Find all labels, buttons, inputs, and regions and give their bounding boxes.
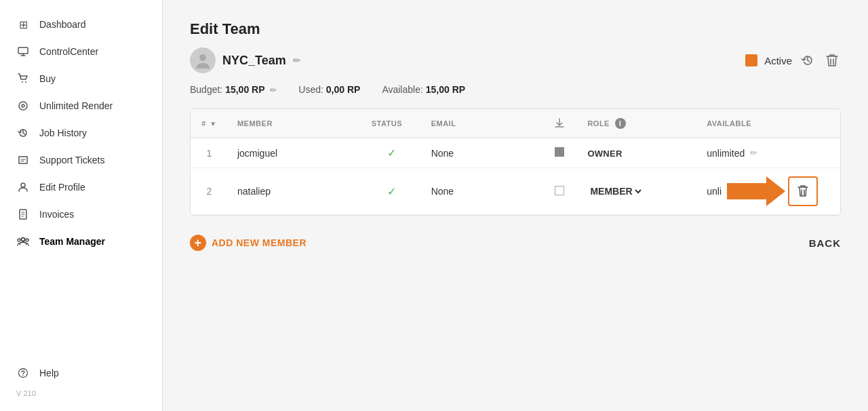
- used-value: 0,00 RP: [326, 84, 361, 95]
- sidebar-item-invoices[interactable]: Invoices: [0, 201, 162, 228]
- team-header: NYC_Team ✏ Active: [190, 47, 841, 73]
- team-history-icon[interactable]: [799, 52, 816, 69]
- svg-rect-0: [18, 47, 28, 54]
- monitor-icon: [16, 45, 30, 58]
- role-info-icon[interactable]: i: [615, 118, 626, 129]
- col-header-available: AVAILABLE: [697, 109, 840, 138]
- history-icon: [16, 126, 30, 140]
- svg-point-1: [22, 81, 23, 83]
- status-dot: [745, 54, 757, 66]
- delete-btn-wrapper: [788, 176, 818, 206]
- render-icon: [16, 99, 30, 113]
- back-button[interactable]: BACK: [809, 237, 841, 249]
- sidebar: ⊞ Dashboard ControlCenter Buy Unlimited …: [0, 0, 163, 411]
- main-content: Edit Team NYC_Team ✏ Active: [163, 0, 868, 411]
- tickets-icon: [16, 153, 30, 167]
- members-table-container: # ▼ MEMBER STATUS EMAIL ROLE i AVAILABLE: [190, 109, 841, 216]
- sidebar-item-support-tickets[interactable]: Support Tickets: [0, 146, 162, 174]
- page-title: Edit Team: [190, 20, 841, 38]
- budget-row: Budget: 15,00 RP ✏ Used: 0,00 RP Availab…: [190, 84, 841, 95]
- row2-delete-button[interactable]: [788, 176, 818, 206]
- svg-point-11: [22, 375, 23, 376]
- team-name-label: NYC_Team: [222, 54, 286, 68]
- row1-num: 1: [191, 138, 228, 168]
- row1-member: jocmiguel: [228, 138, 362, 168]
- row1-available: unlimited ✏: [697, 138, 840, 168]
- svg-point-9: [26, 239, 28, 241]
- budget-value: 15,00 RP: [225, 84, 264, 95]
- members-table: # ▼ MEMBER STATUS EMAIL ROLE i AVAILABLE: [191, 109, 840, 215]
- row1-checkbox[interactable]: [555, 147, 564, 157]
- row2-num: 2: [191, 168, 228, 215]
- add-member-button[interactable]: + ADD NEW MEMBER: [190, 235, 307, 251]
- sidebar-item-dashboard[interactable]: ⊞ Dashboard: [0, 11, 162, 38]
- row1-available-text: unlimited: [707, 148, 745, 159]
- row2-role-select[interactable]: MEMBER OWNER VIEWER: [587, 185, 644, 197]
- row1-available-edit-icon[interactable]: ✏: [750, 148, 757, 158]
- row1-status: ✓: [362, 138, 422, 168]
- team-delete-icon[interactable]: [823, 52, 841, 69]
- row2-status: ✓: [362, 168, 422, 215]
- col-header-num[interactable]: # ▼: [191, 109, 228, 138]
- sidebar-item-job-history[interactable]: Job History: [0, 119, 162, 146]
- col-header-email: EMAIL: [422, 109, 541, 138]
- sidebar-item-control-center[interactable]: ControlCenter: [0, 38, 162, 65]
- delete-highlight: [727, 176, 818, 206]
- col-header-member: MEMBER: [228, 109, 362, 138]
- row2-download: [540, 168, 578, 215]
- available-value: 15,00 RP: [426, 84, 465, 95]
- help-icon: [16, 366, 30, 380]
- arrow-head: [766, 176, 785, 206]
- version-label: V 210: [0, 387, 162, 400]
- team-avatar: [190, 47, 216, 73]
- arrow-body: [727, 183, 768, 199]
- table-row: 1 jocmiguel ✓ None OWNER unlimited ✏: [191, 138, 840, 168]
- row2-email: None: [422, 168, 541, 215]
- profile-icon: [16, 180, 30, 194]
- col-header-role: ROLE i: [578, 109, 697, 138]
- sidebar-item-buy[interactable]: Buy: [0, 65, 162, 92]
- row2-checkbox[interactable]: [555, 186, 564, 195]
- budget-info: Budget: 15,00 RP ✏: [190, 84, 277, 95]
- sidebar-item-help[interactable]: Help: [0, 359, 162, 387]
- bottom-actions: + ADD NEW MEMBER BACK: [190, 235, 841, 251]
- plus-circle-icon: +: [190, 235, 206, 251]
- team-name-edit-icon[interactable]: ✏: [293, 55, 301, 66]
- col-header-download: [540, 109, 578, 138]
- team-status-label: Active: [764, 55, 792, 66]
- svg-point-3: [19, 102, 27, 110]
- invoices-icon: [16, 208, 30, 221]
- col-header-status: STATUS: [362, 109, 422, 138]
- svg-point-5: [21, 183, 25, 187]
- svg-point-7: [22, 238, 25, 241]
- used-info: Used: 0,00 RP: [298, 84, 360, 95]
- budget-edit-icon[interactable]: ✏: [270, 85, 277, 95]
- svg-point-10: [19, 369, 28, 378]
- sidebar-item-unlimited-render[interactable]: Unlimited Render: [0, 92, 162, 119]
- team-icon: [16, 235, 30, 248]
- table-row: 2 nataliep ✓ None MEMBER OWNER VIEWER: [191, 168, 840, 215]
- svg-point-8: [18, 239, 20, 241]
- available-info: Available: 15,00 RP: [382, 84, 465, 95]
- svg-point-4: [22, 104, 24, 107]
- dashboard-icon: ⊞: [16, 18, 30, 31]
- row2-available: unli: [697, 168, 840, 215]
- svg-point-12: [199, 54, 206, 61]
- sort-icon: ▼: [210, 120, 216, 128]
- row1-email: None: [422, 138, 541, 168]
- sidebar-item-edit-profile[interactable]: Edit Profile: [0, 174, 162, 201]
- sidebar-item-team-manager[interactable]: Team Manager: [0, 228, 162, 255]
- team-name-row: NYC_Team ✏: [190, 47, 301, 73]
- row2-available-text: unli: [707, 186, 722, 197]
- team-status-row: Active: [745, 52, 841, 69]
- row2-member: nataliep: [228, 168, 362, 215]
- cart-icon: [16, 72, 30, 85]
- row2-role: MEMBER OWNER VIEWER: [578, 168, 697, 215]
- table-header-row: # ▼ MEMBER STATUS EMAIL ROLE i AVAILABLE: [191, 109, 840, 138]
- row1-role: OWNER: [578, 138, 697, 168]
- svg-point-2: [25, 81, 26, 83]
- row1-download: [540, 138, 578, 168]
